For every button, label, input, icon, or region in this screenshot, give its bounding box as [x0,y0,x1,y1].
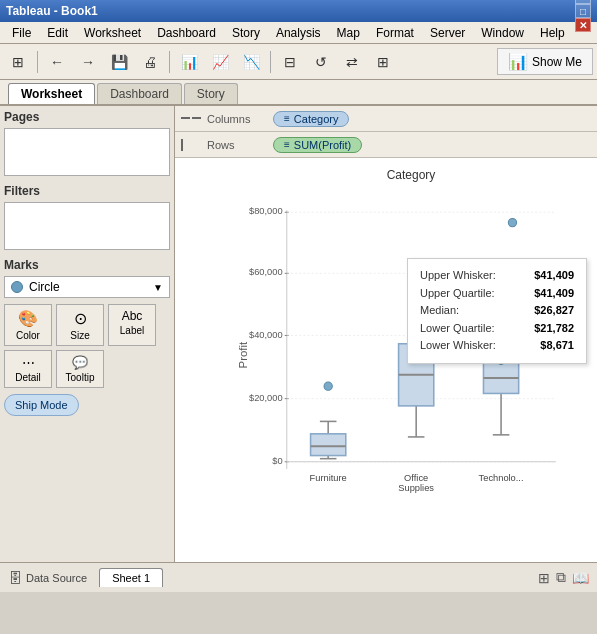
tooltip-box: Upper Whisker: $41,409 Upper Quartile: $… [407,258,587,364]
new-dashboard-icon[interactable]: ⧉ [556,569,566,586]
toolbar-refresh[interactable]: ↺ [307,49,335,75]
upper-quartile-val: $41,409 [534,285,574,303]
pages-label: Pages [4,110,170,124]
label-icon: Abc [122,309,143,323]
maximize-button[interactable]: □ [575,4,591,18]
marks-type-dropdown[interactable]: Circle ▼ [4,276,170,298]
lower-quartile-val: $21,782 [534,320,574,338]
size-button[interactable]: ⊙ Size [56,304,104,346]
marks-type-label: Circle [29,280,60,294]
svg-text:$40,000: $40,000 [249,330,283,340]
menu-map[interactable]: Map [329,24,368,42]
color-button[interactable]: 🎨 Color [4,304,52,346]
detail-label: Detail [15,372,41,383]
svg-text:$0: $0 [272,456,282,466]
toolbar-fit[interactable]: ⊞ [369,49,397,75]
tab-worksheet[interactable]: Worksheet [8,83,95,104]
data-source-item[interactable]: 🗄 Data Source [8,570,87,586]
menu-file[interactable]: File [4,24,39,42]
columns-label: Columns [207,113,267,125]
tab-story[interactable]: Story [184,83,238,104]
dropdown-arrow-icon: ▼ [153,282,163,293]
left-panel: Pages Filters Marks Circle ▼ 🎨 Color ⊙ [0,106,175,562]
toolbar-save[interactable]: 💾 [105,49,133,75]
toolbar-filter[interactable]: ⊟ [276,49,304,75]
median-val: $26,827 [534,302,574,320]
svg-text:Supplies: Supplies [398,483,434,493]
tooltip-button[interactable]: 💬 Tooltip [56,350,104,388]
svg-text:Technolo...: Technolo... [479,473,524,483]
toolbar-sep-2 [169,51,170,73]
ship-mode-pill[interactable]: Ship Mode [4,394,79,416]
toolbar-chart1[interactable]: 📊 [175,49,203,75]
toolbar-chart2[interactable]: 📈 [206,49,234,75]
tooltip-upper-quartile: Upper Quartile: $41,409 [420,285,574,303]
menu-server[interactable]: Server [422,24,473,42]
size-label: Size [70,330,89,341]
menu-worksheet[interactable]: Worksheet [76,24,149,42]
menu-edit[interactable]: Edit [39,24,76,42]
columns-pill[interactable]: ≡ Category [273,111,349,127]
sheet1-tab[interactable]: Sheet 1 [99,568,163,587]
menu-format[interactable]: Format [368,24,422,42]
toolbar-swap[interactable]: ⇄ [338,49,366,75]
menu-analysis[interactable]: Analysis [268,24,329,42]
new-worksheet-icon[interactable]: ⊞ [538,570,550,586]
menu-story[interactable]: Story [224,24,268,42]
lower-whisker-val: $8,671 [540,337,574,355]
svg-text:Profit: Profit [237,341,249,368]
upper-whisker-val: $41,409 [534,267,574,285]
show-me-button[interactable]: 📊 Show Me [497,48,593,75]
database-icon: 🗄 [8,570,22,586]
close-button[interactable]: ✕ [575,18,591,32]
data-source-label: Data Source [26,572,87,584]
rows-label: Rows [207,139,267,151]
toolbar-print[interactable]: 🖨 [136,49,164,75]
tooltip-label: Tooltip [66,372,95,383]
menu-window[interactable]: Window [473,24,532,42]
pages-box [4,128,170,176]
detail-icon: ⋯ [22,355,35,370]
toolbar-back[interactable]: ← [43,49,71,75]
menu-help[interactable]: Help [532,24,573,42]
toolbar-chart3[interactable]: 📉 [237,49,265,75]
upper-quartile-key: Upper Quartile: [420,285,495,303]
status-tabs: ⊞ ⧉ 📖 [538,569,589,586]
columns-icon [181,117,201,121]
svg-point-39 [508,218,516,226]
toolbar-new[interactable]: ⊞ [4,49,32,75]
median-key: Median: [420,302,459,320]
columns-shelf: Columns ≡ Category [175,106,597,132]
furniture-boxplot: Furniture [310,382,347,483]
title-controls: — □ ✕ [575,0,591,32]
menu-bar: File Edit Worksheet Dashboard Story Anal… [0,22,597,44]
lower-whisker-key: Lower Whisker: [420,337,496,355]
color-label: Color [16,330,40,341]
marks-section: Marks Circle ▼ 🎨 Color ⊙ Size Abc Label [4,258,170,416]
chart-canvas: Category Profit $80,000 $60,000 $40,000 [175,158,597,562]
toolbar: ⊞ ← → 💾 🖨 📊 📈 📉 ⊟ ↺ ⇄ ⊞ 📊 Show Me [0,44,597,80]
rows-pill[interactable]: ≡ SUM(Profit) [273,137,362,153]
color-icon: 🎨 [18,309,38,328]
tab-dashboard[interactable]: Dashboard [97,83,182,104]
toolbar-sep-3 [270,51,271,73]
filters-label: Filters [4,184,170,198]
detail-button[interactable]: ⋯ Detail [4,350,52,388]
new-story-icon[interactable]: 📖 [572,570,589,586]
label-button[interactable]: Abc Label [108,304,156,346]
label-label: Label [120,325,144,336]
columns-pill-label: Category [294,113,339,125]
rows-shelf: Rows ≡ SUM(Profit) [175,132,597,158]
title-bar: Tableau - Book1 — □ ✕ [0,0,597,22]
svg-text:$80,000: $80,000 [249,206,283,216]
rows-icon [181,139,201,151]
marks-buttons: 🎨 Color ⊙ Size Abc Label ⋯ Detail 💬 [4,304,170,388]
toolbar-forward[interactable]: → [74,49,102,75]
circle-icon [11,281,23,293]
content-area: Pages Filters Marks Circle ▼ 🎨 Color ⊙ [0,106,597,562]
status-bar: 🗄 Data Source Sheet 1 ⊞ ⧉ 📖 [0,562,597,592]
svg-text:$20,000: $20,000 [249,393,283,403]
menu-dashboard[interactable]: Dashboard [149,24,224,42]
app-title: Tableau - Book1 [6,4,98,18]
rows-pill-label: SUM(Profit) [294,139,351,151]
